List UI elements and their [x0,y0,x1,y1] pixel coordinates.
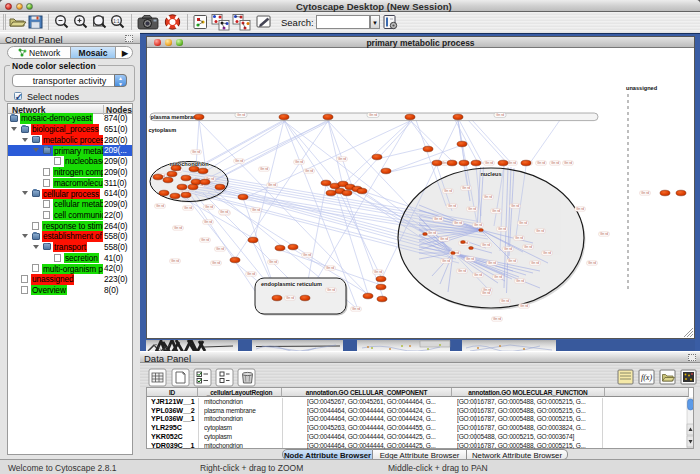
svg-text:cytoplasm: cytoplasm [149,127,177,133]
svg-text:Gn rd: Gn rd [564,161,572,165]
svg-text:Gn rd: Gn rd [237,113,245,117]
svg-text:Gn rd: Gn rd [252,208,260,212]
svg-text:Gn rd: Gn rd [327,288,335,292]
svg-text:Gn rd: Gn rd [536,229,544,233]
svg-text:Gn rd: Gn rd [492,209,500,213]
svg-text:Gn rd: Gn rd [474,223,482,227]
svg-text:Gn rd: Gn rd [458,269,466,273]
svg-text:Gn rd: Gn rd [508,259,516,263]
svg-text:Gn rd: Gn rd [498,227,506,231]
svg-text:Gn rd: Gn rd [496,113,504,117]
svg-text:Gn rd: Gn rd [494,275,502,279]
svg-text:f(x): f(x) [641,373,652,382]
svg-text:Gn rd: Gn rd [268,183,276,187]
svg-text:Gn rd: Gn rd [511,204,519,208]
svg-text:Gn rd: Gn rd [184,206,192,210]
svg-text:Gn rd: Gn rd [504,247,512,251]
svg-text:Gn rd: Gn rd [493,317,501,321]
svg-text:Gn rd: Gn rd [192,150,200,154]
svg-text:endoplasmic reticulum: endoplasmic reticulum [261,281,322,287]
svg-text:Gn rd: Gn rd [466,257,474,261]
svg-text:Gn rd: Gn rd [488,261,496,265]
svg-text:Gn rd: Gn rd [286,296,294,300]
svg-text:Gn rd: Gn rd [434,217,442,221]
svg-text:Gn rd: Gn rd [524,245,532,249]
svg-text:Gn rd: Gn rd [485,161,493,165]
svg-text:nucleus: nucleus [480,171,501,177]
svg-text:Gn rd: Gn rd [551,161,559,165]
svg-text:Gn rd: Gn rd [576,207,584,211]
svg-text:Gn rd: Gn rd [326,266,334,270]
svg-text:Gn rd: Gn rd [171,259,179,263]
svg-text:Gn rd: Gn rd [247,272,255,276]
svg-text:Gn rd: Gn rd [516,279,524,283]
svg-text:Gn rd: Gn rd [156,204,164,208]
svg-text:Gn rd: Gn rd [220,210,228,214]
svg-text:Gn rd: Gn rd [295,160,303,164]
svg-text:Gn rd: Gn rd [448,204,456,208]
svg-text:Gn rd: Gn rd [352,307,360,311]
svg-text:Gn rd: Gn rd [482,291,490,295]
svg-text:Gn rd: Gn rd [543,251,551,255]
svg-text:Gn rd: Gn rd [269,260,277,264]
svg-text:Gn rd: Gn rd [303,253,311,257]
svg-text:Gn rd: Gn rd [338,157,346,161]
svg-text:Gn rd: Gn rd [588,261,596,265]
svg-text:Gn rd: Gn rd [305,169,313,173]
svg-text:Gn rd: Gn rd [374,270,382,274]
svg-text:Gn rd: Gn rd [482,243,490,247]
svg-text:Gn rd: Gn rd [474,273,482,277]
svg-text:Gn rd: Gn rd [442,259,450,263]
svg-text:Gn rd: Gn rd [520,304,528,308]
svg-text:unassigned: unassigned [626,85,658,91]
svg-text:Gn rd: Gn rd [205,205,213,209]
svg-text:Gn rd: Gn rd [600,232,608,236]
svg-text:plasma membrane: plasma membrane [151,114,200,120]
svg-text:Gn rd: Gn rd [212,261,220,265]
svg-text:Gn rd: Gn rd [201,238,209,242]
svg-text:Gn rd: Gn rd [519,221,527,225]
svg-text:1:1: 1:1 [113,19,120,24]
svg-text:Gn rd: Gn rd [369,113,377,117]
svg-text:Gn rd: Gn rd [440,237,448,241]
svg-text:Gn rd: Gn rd [204,220,212,224]
svg-text:Gn rd: Gn rd [462,186,470,190]
svg-text:Gn rd: Gn rd [508,161,516,165]
svg-text:Gn rd: Gn rd [641,191,649,195]
svg-text:Gn rd: Gn rd [531,261,539,265]
svg-text:Gn rd: Gn rd [174,226,182,230]
svg-text:Gn rd: Gn rd [537,161,545,165]
svg-text:Gn rd: Gn rd [428,231,436,235]
svg-text:Gn rd: Gn rd [444,189,452,193]
svg-text:Gn rd: Gn rd [501,299,509,303]
svg-text:Gn rd: Gn rd [454,221,462,225]
svg-text:Gn rd: Gn rd [260,167,268,171]
svg-text:Gn rd: Gn rd [216,247,224,251]
svg-text:Gn rd: Gn rd [468,207,476,211]
svg-text:Gn rd: Gn rd [515,236,523,240]
svg-text:Gn rd: Gn rd [484,195,492,199]
svg-text:Gn rd: Gn rd [235,159,243,163]
